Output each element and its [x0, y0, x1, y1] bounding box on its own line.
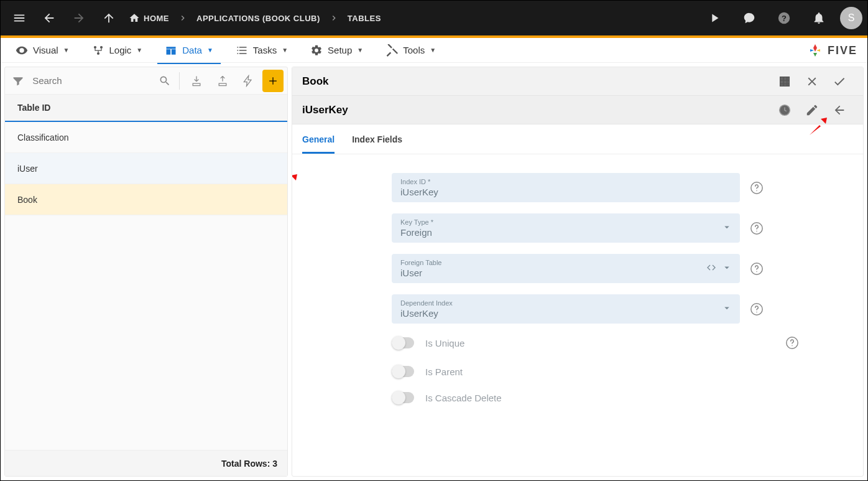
tab-visual[interactable]: Visual▼ [4, 38, 81, 62]
breadcrumb-home[interactable]: HOME [125, 12, 173, 24]
tab-setup[interactable]: Setup▼ [299, 38, 374, 62]
index-id-field[interactable]: Index ID * iUserKey [392, 173, 740, 202]
code-icon [706, 263, 716, 275]
svg-rect-9 [780, 77, 790, 86]
play-icon[interactable] [701, 4, 728, 32]
search-input[interactable] [30, 73, 153, 88]
tab-tasks[interactable]: Tasks▼ [224, 38, 299, 62]
chevron-right-icon [175, 13, 190, 23]
sidebar-list: Classification iUser Book [5, 122, 287, 450]
chevron-down-icon [721, 302, 732, 316]
back-arrow-icon[interactable] [826, 96, 853, 124]
detail-subheader: iUserKey [292, 96, 863, 124]
svg-marker-8 [813, 53, 817, 57]
brand-logo: FIVE [808, 43, 857, 58]
back-icon[interactable] [35, 4, 63, 32]
help-icon[interactable] [784, 335, 800, 351]
import-icon[interactable] [185, 70, 208, 92]
menu-icon[interactable] [6, 4, 33, 32]
help-icon[interactable] [749, 261, 765, 277]
subtabs: General Index Fields [292, 124, 863, 154]
chat-icon[interactable] [736, 4, 763, 32]
filter-icon[interactable] [9, 75, 27, 87]
table-row[interactable]: Classification [5, 122, 287, 153]
bolt-icon[interactable] [236, 70, 260, 92]
is-cascade-label: Is Cascade Delete [425, 393, 502, 403]
avatar[interactable]: S [840, 7, 862, 29]
table-row[interactable]: Book [5, 184, 287, 215]
is-unique-label: Is Unique [425, 338, 464, 348]
add-button[interactable] [262, 70, 284, 92]
dependent-index-field[interactable]: Dependent Index iUserKey [392, 294, 740, 324]
help-icon[interactable] [749, 180, 765, 196]
svg-marker-13 [292, 174, 297, 194]
chevron-right-icon [326, 13, 341, 23]
history-icon[interactable] [771, 96, 798, 124]
subtab-general[interactable]: General [302, 124, 335, 154]
is-unique-toggle[interactable] [392, 337, 414, 348]
detail-header: Book [292, 67, 863, 96]
breadcrumb-home-label: HOME [144, 14, 169, 23]
chevron-down-icon [721, 262, 732, 276]
topbar: HOME APPLICATIONS (BOOK CLUB) TABLES ? S [1, 1, 867, 35]
sidebar-toolbar [5, 67, 287, 95]
form-area: Index ID * iUserKey Key Type * Foreign F… [292, 154, 863, 476]
bell-icon[interactable] [805, 4, 833, 32]
foreign-table-field[interactable]: Foreign Table iUser [392, 254, 740, 283]
is-parent-toggle[interactable] [392, 366, 414, 377]
tabbar: Visual▼ Logic▼ Data▼ Tasks▼ Setup▼ Tools… [1, 38, 867, 63]
page-title: Book [302, 75, 771, 88]
close-icon[interactable] [798, 68, 826, 95]
grid-icon[interactable] [771, 68, 798, 95]
detail-panel: Book iUserKey General Index Fields I [292, 67, 864, 477]
edit-icon[interactable] [798, 96, 826, 124]
chevron-down-icon [721, 222, 732, 235]
table-row[interactable]: iUser [5, 153, 287, 184]
sidebar-footer: Total Rows: 3 [5, 450, 287, 476]
tab-logic[interactable]: Logic▼ [81, 38, 154, 62]
svg-marker-7 [816, 49, 820, 52]
breadcrumb-tables[interactable]: TABLES [344, 14, 385, 23]
subtab-index-fields[interactable]: Index Fields [352, 124, 402, 154]
check-icon[interactable] [826, 68, 853, 95]
sub-title: iUserKey [302, 104, 771, 116]
breadcrumb-apps[interactable]: APPLICATIONS (BOOK CLUB) [193, 14, 324, 23]
svg-marker-6 [810, 49, 814, 52]
help-icon[interactable] [749, 301, 765, 317]
up-icon[interactable] [95, 4, 122, 32]
help-icon[interactable]: ? [770, 4, 798, 32]
svg-point-3 [99, 45, 102, 48]
home-icon [129, 12, 140, 24]
svg-point-2 [93, 45, 96, 48]
svg-point-4 [96, 52, 99, 54]
tab-tools[interactable]: Tools▼ [374, 38, 447, 62]
is-parent-label: Is Parent [425, 367, 463, 377]
help-icon[interactable] [749, 220, 765, 236]
main-area: Table ID Classification iUser Book Total… [1, 63, 867, 480]
annotation-arrow-index-id [292, 172, 300, 199]
export-icon[interactable] [211, 70, 234, 92]
key-type-field[interactable]: Key Type * Foreign [392, 213, 740, 243]
sidebar: Table ID Classification iUser Book Total… [4, 67, 288, 477]
search-icon[interactable] [155, 75, 174, 87]
sidebar-column-header: Table ID [5, 95, 287, 122]
tab-data[interactable]: Data▼ [154, 38, 224, 62]
svg-text:?: ? [782, 14, 787, 23]
forward-icon [65, 4, 93, 32]
is-cascade-toggle[interactable] [392, 392, 414, 403]
svg-marker-5 [813, 44, 817, 52]
